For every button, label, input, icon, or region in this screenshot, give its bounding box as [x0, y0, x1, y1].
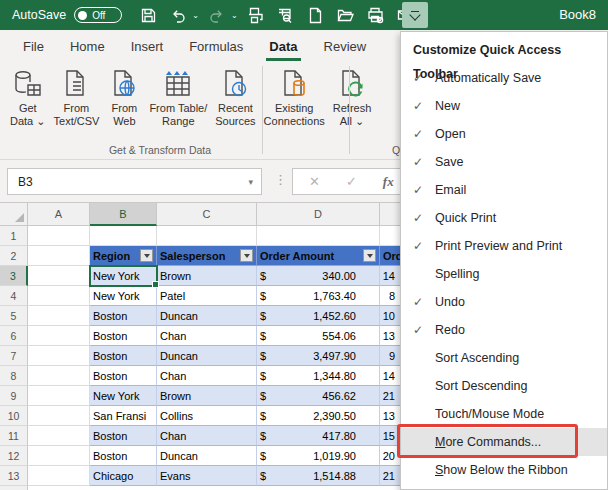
cell-salesperson-4[interactable]: Patel: [157, 286, 257, 306]
cell-amount-6[interactable]: $554.06: [257, 326, 380, 346]
select-all-corner[interactable]: [0, 203, 28, 226]
cell-amount-3[interactable]: $340.00: [257, 266, 380, 286]
menu-item-show-below-the-ribbon[interactable]: Show Below the Ribbon: [401, 456, 607, 484]
cell-salesperson-13[interactable]: Evans: [157, 466, 257, 486]
cell-region-13[interactable]: Chicago: [90, 466, 157, 486]
cell-salesperson-7[interactable]: Duncan: [157, 346, 257, 366]
ribbon-button-recent-sources[interactable]: Recent Sources: [211, 66, 259, 130]
cell-a1[interactable]: [28, 226, 90, 246]
cell-region-9[interactable]: New York: [90, 386, 157, 406]
ribbon-button-existing-connections[interactable]: Existing Connections: [260, 66, 329, 130]
cell-a2[interactable]: [28, 246, 90, 266]
cell-a13[interactable]: [28, 466, 90, 486]
cell-salesperson-5[interactable]: Duncan: [157, 306, 257, 326]
menu-item-more-commands[interactable]: More Commands...: [401, 428, 607, 456]
quick-print-icon[interactable]: [364, 3, 388, 27]
row-header-6[interactable]: 6: [0, 326, 28, 346]
cell-amount-5[interactable]: $1,452.60: [257, 306, 380, 326]
row-header-2[interactable]: 2: [0, 246, 28, 266]
fill-handle[interactable]: [152, 281, 159, 288]
cell-salesperson-10[interactable]: Collins: [157, 406, 257, 426]
cell-a11[interactable]: [28, 426, 90, 446]
cell-d1[interactable]: [257, 226, 380, 246]
cell-a10[interactable]: [28, 406, 90, 426]
menu-item-email[interactable]: ✓Email: [401, 176, 607, 204]
autosave-toggle[interactable]: Off: [74, 7, 122, 23]
column-header-d[interactable]: D: [257, 203, 380, 226]
tab-file[interactable]: File: [10, 32, 57, 62]
cell-a7[interactable]: [28, 346, 90, 366]
column-header-a[interactable]: A: [28, 203, 90, 226]
cell-a6[interactable]: [28, 326, 90, 346]
menu-item-print-preview-and-print[interactable]: ✓Print Preview and Print: [401, 232, 607, 260]
row-header-11[interactable]: 11: [0, 426, 28, 446]
cell-a9[interactable]: [28, 386, 90, 406]
spelling-grid-magnifier-icon[interactable]: [274, 3, 298, 27]
ribbon-button-from-text-csv[interactable]: From Text/CSV: [50, 66, 104, 130]
column-header-c[interactable]: C: [157, 203, 257, 226]
cell-amount-13[interactable]: $1,514.88: [257, 466, 380, 486]
insert-function-button[interactable]: fx: [383, 174, 394, 190]
row-header-3[interactable]: 3: [0, 266, 28, 286]
menu-item-new[interactable]: ✓New: [401, 92, 607, 120]
tab-review[interactable]: Review: [311, 32, 380, 62]
redo-icon[interactable]: [205, 3, 229, 27]
cell-amount-4[interactable]: $1,763.40: [257, 286, 380, 306]
name-box-dropdown-icon[interactable]: ▾: [248, 177, 253, 187]
cell-region-5[interactable]: Boston: [90, 306, 157, 326]
cell-region-8[interactable]: Boston: [90, 366, 157, 386]
tab-formulas[interactable]: Formulas: [176, 32, 256, 62]
cell-a5[interactable]: [28, 306, 90, 326]
cell-salesperson-12[interactable]: Duncan: [157, 446, 257, 466]
menu-item-open[interactable]: ✓Open: [401, 120, 607, 148]
cell-region-11[interactable]: Boston: [90, 426, 157, 446]
row-header-7[interactable]: 7: [0, 346, 28, 366]
cell-amount-10[interactable]: $2,390.50: [257, 406, 380, 426]
table-header-order-amount[interactable]: Order Amount: [257, 246, 380, 266]
row-header-5[interactable]: 5: [0, 306, 28, 326]
row-header-1[interactable]: 1: [0, 226, 28, 246]
cell-b1[interactable]: [90, 226, 157, 246]
row-header-9[interactable]: 9: [0, 386, 28, 406]
name-box[interactable]: B3 ▾: [7, 168, 262, 195]
cell-amount-7[interactable]: $3,497.90: [257, 346, 380, 366]
cell-salesperson-3[interactable]: Brown: [157, 266, 257, 286]
cell-region-10[interactable]: San Fransi: [90, 406, 157, 426]
menu-item-sort-ascending[interactable]: Sort Ascending: [401, 344, 607, 372]
cell-amount-8[interactable]: $1,344.80: [257, 366, 380, 386]
filter-dropdown-button[interactable]: [140, 249, 153, 262]
cell-amount-9[interactable]: $456.62: [257, 386, 380, 406]
menu-item-redo[interactable]: ✓Redo: [401, 316, 607, 344]
ribbon-button-refresh-all[interactable]: Refresh All ⌄: [329, 66, 376, 130]
enter-icon[interactable]: ✓: [346, 174, 357, 189]
ribbon-button-get-data[interactable]: Get Data ⌄: [6, 66, 50, 130]
open-icon[interactable]: [334, 3, 358, 27]
cell-region-6[interactable]: Boston: [90, 326, 157, 346]
new-icon[interactable]: [304, 3, 328, 27]
tab-insert[interactable]: Insert: [118, 32, 177, 62]
menu-item-sort-descending[interactable]: Sort Descending: [401, 372, 607, 400]
cell-salesperson-8[interactable]: Chan: [157, 366, 257, 386]
cell-salesperson-11[interactable]: Chan: [157, 426, 257, 446]
ribbon-button-from-web[interactable]: From Web: [103, 66, 145, 130]
cell-salesperson-9[interactable]: Brown: [157, 386, 257, 406]
cell-region-12[interactable]: Boston: [90, 446, 157, 466]
ribbon-button-from-table-range[interactable]: From Table/ Range: [145, 66, 211, 130]
filter-dropdown-button[interactable]: [240, 249, 253, 262]
menu-item-save[interactable]: ✓Save: [401, 148, 607, 176]
print-preview-and-print-icon[interactable]: [244, 3, 268, 27]
column-header-b[interactable]: B: [90, 203, 157, 226]
row-header-10[interactable]: 10: [0, 406, 28, 426]
cell-a8[interactable]: [28, 366, 90, 386]
cell-a12[interactable]: [28, 446, 90, 466]
cell-a3[interactable]: [28, 266, 90, 286]
table-header-salesperson[interactable]: Salesperson: [157, 246, 257, 266]
cell-amount-12[interactable]: $1,019.90: [257, 446, 380, 466]
cell-a4[interactable]: [28, 286, 90, 306]
cell-salesperson-6[interactable]: Chan: [157, 326, 257, 346]
menu-item-touch-mouse-mode[interactable]: Touch/Mouse Mode: [401, 400, 607, 428]
save-icon[interactable]: [136, 3, 160, 27]
cell-amount-11[interactable]: $417.80: [257, 426, 380, 446]
menu-item-spelling[interactable]: Spelling: [401, 260, 607, 288]
cell-c1[interactable]: [157, 226, 257, 246]
